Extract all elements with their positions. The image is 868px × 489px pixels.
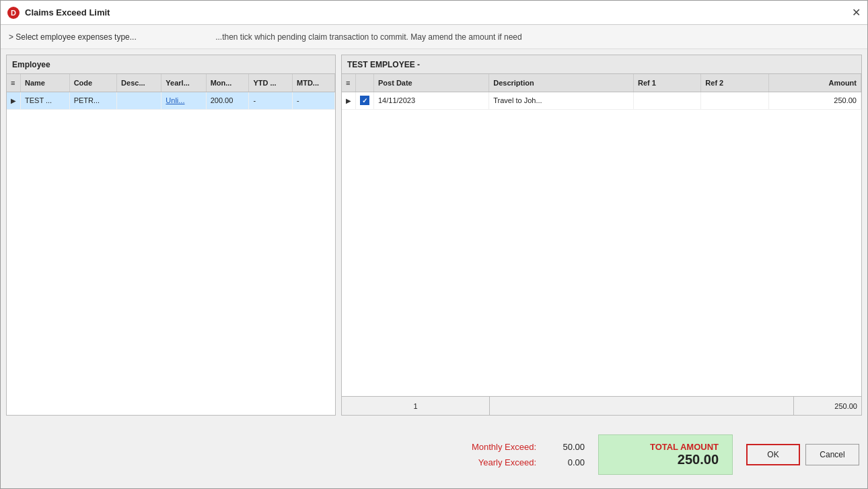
ok-button[interactable]: OK (746, 444, 800, 465)
subtitle-bar: > Select employee expenses type... ...th… (1, 25, 867, 49)
yearly-exceed-label: Yearly Exceed: (442, 457, 536, 467)
left-panel-header: Employee (7, 55, 335, 74)
col-check (356, 74, 374, 92)
table-footer: 1 250.00 (342, 396, 861, 415)
dialog-title: Claims Exceed Limit (25, 7, 110, 18)
checkbox-checked[interactable] (360, 96, 369, 105)
footer-count: 1 (342, 397, 490, 415)
bottom-section: Monthly Exceed: 50.00 Yearly Exceed: 0.0… (1, 421, 867, 488)
yearly-exceed-row: Yearly Exceed: 0.00 (442, 457, 585, 467)
col-icon-r: ≡ (342, 74, 356, 92)
total-amount-value: 250.00 (678, 452, 719, 467)
buttons-section: OK Cancel (746, 444, 859, 465)
row-description: Travel to Joh... (489, 92, 634, 109)
right-panel: TEST EMPLOYEE - ≡ Post Date Description … (341, 55, 862, 416)
employee-code: PETR... (69, 92, 116, 109)
col-desc: Desc... (117, 74, 161, 92)
col-icon: ≡ (7, 74, 21, 92)
row-post-date: 14/11/2023 (374, 92, 489, 109)
col-ref2: Ref 2 (701, 74, 768, 92)
cancel-button[interactable]: Cancel (805, 444, 859, 465)
col-mtd: MTD... (293, 74, 335, 92)
total-amount-label: TOTAL AMOUNT (650, 442, 719, 452)
main-content: Employee ≡ Name Code Desc... Yearl... Mo… (1, 49, 867, 421)
exceed-section: Monthly Exceed: 50.00 Yearly Exceed: 0.0… (442, 442, 585, 467)
employee-table: ≡ Name Code Desc... Yearl... Mon... YTD … (7, 74, 335, 110)
col-amount: Amount (768, 74, 861, 92)
monthly-exceed-label: Monthly Exceed: (442, 442, 536, 452)
row-ref2 (701, 92, 768, 109)
col-name: Name (21, 74, 70, 92)
title-bar-left: D Claims Exceed Limit (7, 7, 110, 19)
row-checkbox-cell[interactable] (356, 92, 374, 109)
col-post-date: Post Date (374, 74, 489, 92)
col-description: Description (489, 74, 634, 92)
col-ytd: YTD ... (249, 74, 293, 92)
monthly-exceed-row: Monthly Exceed: 50.00 (442, 442, 585, 452)
dialog-window: D Claims Exceed Limit ✕ > Select employe… (0, 0, 868, 489)
employee-ytd: - (249, 92, 293, 109)
row-arrow: ▶ (7, 92, 21, 109)
employee-desc (117, 92, 161, 109)
subtitle-right: ...then tick which pending claim transac… (215, 32, 522, 42)
close-button[interactable]: ✕ (852, 7, 861, 18)
employee-mtd: - (293, 92, 335, 109)
yearly-exceed-value: 0.00 (544, 457, 585, 467)
right-table-container[interactable]: ≡ Post Date Description Ref 1 Ref 2 Amou… (342, 74, 861, 396)
app-icon: D (7, 7, 20, 19)
employee-yearly: Unli... (161, 92, 206, 109)
subtitle-left: > Select employee expenses type... (9, 32, 137, 42)
total-amount-box: TOTAL AMOUNT 250.00 (598, 434, 733, 475)
transactions-table: ≡ Post Date Description Ref 1 Ref 2 Amou… (342, 74, 861, 110)
left-panel: Employee ≡ Name Code Desc... Yearl... Mo… (6, 55, 336, 416)
footer-amount: 250.00 (794, 397, 861, 415)
row-amount: 250.00 (768, 92, 861, 109)
table-row[interactable]: ▶ 14/11/2023 Travel to Joh... 250.00 (342, 92, 861, 109)
employee-monthly: 200.00 (206, 92, 249, 109)
title-bar: D Claims Exceed Limit ✕ (1, 1, 867, 25)
left-table-container[interactable]: ≡ Name Code Desc... Yearl... Mon... YTD … (7, 74, 335, 415)
monthly-exceed-value: 50.00 (544, 442, 585, 452)
col-monthly: Mon... (206, 74, 249, 92)
footer-spacer (490, 397, 794, 415)
col-code: Code (69, 74, 116, 92)
row-ref1 (633, 92, 700, 109)
right-panel-header: TEST EMPLOYEE - (342, 55, 861, 74)
table-row[interactable]: ▶ TEST ... PETR... Unli... 200.00 - - (7, 92, 335, 109)
col-ref1: Ref 1 (633, 74, 700, 92)
row-arrow-r: ▶ (342, 92, 356, 109)
employee-name: TEST ... (21, 92, 70, 109)
col-yearly: Yearl... (161, 74, 206, 92)
